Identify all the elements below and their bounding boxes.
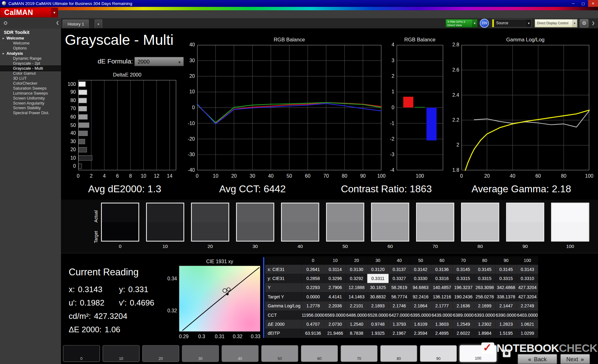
sidebar-item-grayscale-2pt[interactable]: Grayscale - 2pt (0, 61, 61, 66)
sidebar-item-screen-angularity[interactable]: Screen Angularity (0, 100, 61, 105)
table-cell[interactable]: 2.1864 (410, 301, 431, 310)
table-cell[interactable]: 0.3316 (431, 274, 453, 283)
table-cell[interactable]: 56.7774 (389, 292, 410, 301)
table-cell[interactable]: 1.6109 (410, 320, 431, 329)
table-cell[interactable]: 258.0278 (474, 292, 496, 301)
table-cell[interactable]: 2.4895 (431, 329, 453, 338)
meter-dropdown[interactable]: X-Rite i1Pro 2 Direct View (445, 19, 477, 27)
table-cell[interactable]: 6528.0000 (367, 310, 389, 320)
level-button-0[interactable]: 0 (63, 345, 100, 362)
table-cell[interactable]: 30.1825 (367, 283, 389, 292)
table-cell[interactable]: 30.8832 (367, 292, 389, 301)
next-button[interactable]: Next (560, 354, 590, 364)
table-cell[interactable]: 11956.0000 (302, 310, 325, 320)
table-cell[interactable]: 6439.0000 (431, 310, 453, 320)
table-column-header[interactable]: 70 (453, 256, 474, 265)
table-cell[interactable]: 0.3315 (474, 274, 496, 283)
table-cell[interactable]: 1.0621 (517, 320, 538, 329)
table-cell[interactable]: 338.1378 (495, 292, 517, 301)
table-cell[interactable]: 2.0730 (325, 320, 346, 329)
table-cell[interactable]: 1.2540 (346, 320, 367, 329)
table-cell[interactable]: 0.9748 (367, 320, 389, 329)
source-dropdown[interactable]: Source (492, 19, 532, 27)
sidebar-item-3d-lut[interactable]: 3D LUT (0, 76, 61, 81)
table-cell[interactable]: 1.2778 (302, 301, 325, 310)
level-button-50[interactable]: 50 (261, 345, 298, 362)
minimize-icon[interactable] (568, 0, 578, 7)
table-cell[interactable]: 342.4868 (495, 283, 517, 292)
table-cell[interactable]: 2.6022 (453, 329, 474, 338)
table-cell[interactable]: 427.3204 (517, 283, 538, 292)
level-button-70[interactable]: 70 (340, 345, 377, 362)
table-cell[interactable]: 0.3330 (410, 274, 431, 283)
table-cell[interactable]: 0.3136 (431, 265, 453, 274)
table-cell[interactable]: 2.2036 (325, 301, 346, 310)
level-button-10[interactable]: 10 (102, 345, 140, 362)
table-cell[interactable]: 2.1967 (389, 329, 410, 338)
add-tab-button[interactable]: + (95, 19, 102, 28)
table-column-header[interactable]: 30 (367, 256, 389, 265)
sidebar-group-analysis[interactable]: Analysis (0, 51, 61, 56)
table-cell[interactable]: 8.7838 (346, 329, 367, 338)
table-cell[interactable]: 21.9466 (325, 329, 346, 338)
table-cell[interactable]: 6569.0000 (325, 310, 346, 320)
table-cell[interactable]: 0.3120 (367, 265, 389, 274)
table-cell[interactable]: 0.0000 (302, 292, 325, 301)
sidebar-item-saturation-sweeps[interactable]: Saturation Sweeps (0, 86, 61, 91)
table-column-header[interactable]: 100 (517, 256, 538, 265)
table-cell[interactable]: 94.6863 (410, 283, 431, 292)
table-cell[interactable]: 0.3315 (495, 274, 517, 283)
table-cell[interactable]: 0.2641 (302, 265, 325, 274)
calman-logo-menu[interactable]: CalMAN (0, 7, 58, 17)
table-cell[interactable]: 6395.0000 (410, 310, 431, 320)
table-cell[interactable]: 2.1636 (453, 301, 474, 310)
table-column-header[interactable]: 90 (495, 256, 517, 265)
sidebar-item-spectral-power-dist[interactable]: Spectral Power Dist. (0, 110, 61, 115)
level-button-100[interactable]: 100 (460, 345, 497, 362)
table-cell[interactable]: 1.8984 (474, 329, 496, 338)
table-cell[interactable]: 2.1447 (495, 301, 517, 310)
table-cell[interactable]: 0.3143 (517, 265, 538, 274)
table-cell[interactable]: 2.2749 (517, 301, 538, 310)
table-cell[interactable]: 6403.0000 (517, 310, 538, 320)
table-cell[interactable]: 1.2823 (495, 320, 517, 329)
table-cell[interactable]: 0.3145 (453, 265, 474, 274)
level-button-30[interactable]: 30 (182, 345, 219, 362)
sidebar-group-welcome[interactable]: Welcome (0, 35, 61, 41)
table-cell[interactable]: 2.1777 (431, 301, 453, 310)
table-cell[interactable]: 136.1216 (431, 292, 453, 301)
table-cell[interactable]: 6389.0000 (453, 310, 474, 320)
table-column-header[interactable]: 0 (302, 256, 325, 265)
table-cell[interactable]: 0.3292 (346, 274, 367, 283)
table-cell[interactable]: 0.2293 (302, 283, 325, 292)
sidebar-item-options[interactable]: Options (0, 46, 61, 51)
table-cell[interactable]: 1.2302 (474, 320, 496, 329)
sidebar-item-luminance-sweeps[interactable]: Luminance Sweeps (0, 91, 61, 96)
table-cell[interactable]: 6390.0000 (495, 310, 517, 320)
table-column-header[interactable]: 80 (474, 256, 496, 265)
table-cell[interactable]: 1.0299 (517, 329, 538, 338)
table-cell[interactable]: 0.3142 (410, 265, 431, 274)
table-column-header[interactable]: 10 (325, 256, 346, 265)
table-cell[interactable]: 2.7906 (325, 283, 346, 292)
table-column-header[interactable]: 60 (431, 256, 453, 265)
measurement-count-badge[interactable]: 239 (480, 19, 489, 28)
table-column-header[interactable]: 40 (389, 256, 410, 265)
table-cell[interactable]: 6486.0000 (346, 310, 367, 320)
de-formula-select[interactable]: 2000 (134, 57, 184, 66)
table-cell[interactable]: 6427.0000 (389, 310, 410, 320)
table-cell[interactable]: 92.2416 (410, 292, 431, 301)
back-button[interactable]: Back (518, 354, 557, 364)
table-cell[interactable]: 1.2549 (453, 320, 474, 329)
table-cell[interactable]: 2.1746 (389, 301, 410, 310)
table-cell[interactable]: 2.1893 (367, 301, 389, 310)
display-control-dropdown[interactable]: Direct Display Control (535, 19, 577, 27)
sidebar-item-dynamic-range[interactable]: Dynamic Range (0, 56, 61, 61)
table-cell[interactable]: 0.3315 (453, 274, 474, 283)
selected-table-cell[interactable]: 0.3311 (367, 274, 389, 283)
table-cell[interactable]: 1.3603 (431, 320, 453, 329)
level-button-80[interactable]: 80 (380, 345, 417, 362)
sidebar-item-grayscale-multi[interactable]: Grayscale - Multi (0, 66, 61, 71)
table-cell[interactable]: 0.3310 (517, 274, 538, 283)
table-cell[interactable]: 12.1888 (346, 283, 367, 292)
